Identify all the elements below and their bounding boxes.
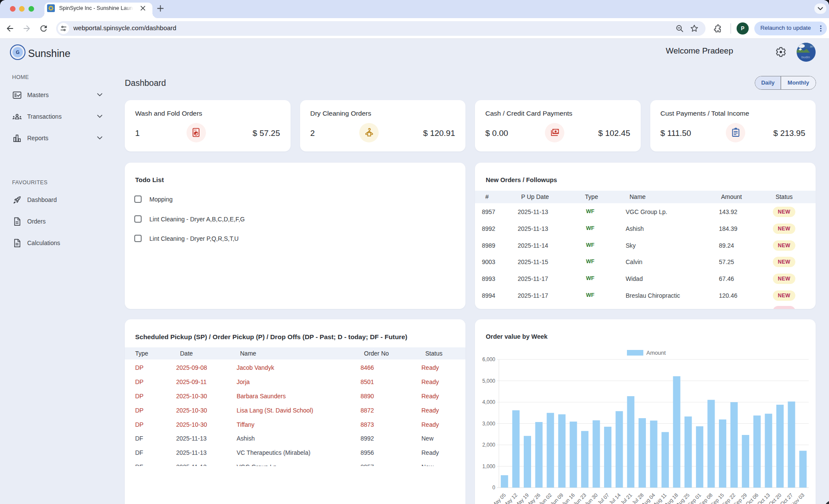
svg-text:ari: ari bbox=[810, 45, 813, 48]
svg-text:6,000: 6,000 bbox=[482, 356, 495, 362]
svg-text:3,000: 3,000 bbox=[482, 421, 495, 427]
svg-text:4,000: 4,000 bbox=[482, 399, 495, 405]
svg-text:Amount: Amount bbox=[646, 350, 666, 356]
svg-text:budin: budin bbox=[801, 55, 810, 59]
svg-text:0: 0 bbox=[492, 485, 495, 491]
svg-text:5,000: 5,000 bbox=[482, 378, 495, 384]
svg-text:1,000: 1,000 bbox=[482, 463, 495, 469]
svg-text:2,000: 2,000 bbox=[482, 442, 495, 448]
